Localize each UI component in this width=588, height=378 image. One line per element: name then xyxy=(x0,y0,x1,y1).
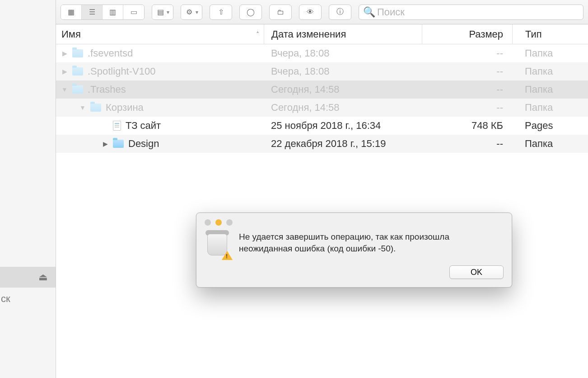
view-icons-button[interactable]: ▦ xyxy=(61,5,82,19)
cell-name: ▼.Trashes xyxy=(56,84,264,95)
cell-name: ТЗ сайт xyxy=(56,120,264,132)
cell-type: Папка xyxy=(512,66,588,77)
share-button[interactable]: ⇧ xyxy=(210,5,232,20)
chevron-down-icon: ▾ xyxy=(167,9,169,15)
table-row[interactable]: ▶.Spotlight-V100Вчера, 18:08--Папка xyxy=(56,62,588,80)
disclosure-closed-icon[interactable]: ▶ xyxy=(61,49,69,57)
file-name: Корзина xyxy=(106,102,144,113)
file-name: .fseventsd xyxy=(88,47,133,59)
cell-size: -- xyxy=(422,138,512,150)
header-type-label: Тип xyxy=(525,28,542,40)
view-gallery-button[interactable]: ▭ xyxy=(123,5,144,19)
view-list-button[interactable]: ☰ xyxy=(82,5,103,19)
header-size[interactable]: Размер xyxy=(422,24,512,44)
header-date[interactable]: Дата изменения xyxy=(264,24,422,44)
folder-icon xyxy=(90,104,101,112)
folder-icon xyxy=(72,85,83,94)
cell-size: -- xyxy=(422,84,512,95)
tag-icon: ◯ xyxy=(246,8,255,17)
file-name: Design xyxy=(128,138,159,150)
header-name-label: Имя xyxy=(61,28,81,40)
table-row[interactable]: ▶Design22 декабря 2018 г., 15:19--Папка xyxy=(56,135,588,153)
sidebar-disk-item[interactable]: ск xyxy=(0,288,56,310)
columns-icon: ▥ xyxy=(108,8,117,17)
dialog-message: Не удается завершить операцию, так как п… xyxy=(239,230,504,258)
table-row[interactable]: ТЗ сайт25 ноября 2018 г., 16:34748 КБPag… xyxy=(56,117,588,135)
action-button[interactable]: ⚙▾ xyxy=(181,5,202,19)
cell-type: Папка xyxy=(512,47,588,59)
info-button[interactable]: ⓘ xyxy=(329,5,351,20)
eye-icon: 👁 xyxy=(306,8,315,17)
header-type[interactable]: Тип xyxy=(512,24,588,44)
gallery-icon: ▭ xyxy=(129,8,138,17)
zoom-window-button[interactable] xyxy=(226,219,233,226)
disclosure-open-icon[interactable]: ▼ xyxy=(61,85,69,94)
close-window-button[interactable] xyxy=(205,219,211,226)
cell-type: Папка xyxy=(512,84,588,95)
table-row[interactable]: ▼КорзинаСегодня, 14:58--Папка xyxy=(56,99,588,117)
toolbar: ▦ ☰ ▥ ▭ ▤▾ ⚙▾ ⇧ ◯ 🗀 👁 ⓘ 🔍 Поиск xyxy=(56,0,588,24)
sort-ascending-icon: ˄ xyxy=(256,31,259,38)
window-controls xyxy=(205,219,504,226)
dialog-actions: OK xyxy=(205,265,504,279)
main-pane: ▦ ☰ ▥ ▭ ▤▾ ⚙▾ ⇧ ◯ 🗀 👁 ⓘ 🔍 Поиск xyxy=(56,0,588,378)
cell-date: Сегодня, 14:58 xyxy=(264,102,422,113)
disclosure-closed-icon xyxy=(101,122,109,130)
minimize-window-button[interactable] xyxy=(215,219,222,226)
view-mode-group: ▦ ☰ ▥ ▭ xyxy=(61,5,145,20)
document-icon xyxy=(113,121,121,131)
header-name[interactable]: Имя ˄ xyxy=(56,28,264,40)
column-headers: Имя ˄ Дата изменения Размер Тип xyxy=(56,24,588,44)
quicklook-button[interactable]: 👁 xyxy=(299,5,322,20)
folder-plus-icon: 🗀 xyxy=(276,8,285,17)
grid-icon: ▦ xyxy=(67,8,76,17)
sidebar-disk-label: ск xyxy=(1,293,10,305)
search-placeholder: Поиск xyxy=(377,6,405,18)
sidebar-eject-row[interactable]: ⏏ xyxy=(0,267,56,288)
gear-icon: ⚙ xyxy=(185,8,194,17)
table-row[interactable]: ▶.fseventsdВчера, 18:08--Папка xyxy=(56,44,588,62)
tags-button[interactable]: ◯ xyxy=(239,5,262,20)
trash-warning-icon xyxy=(205,230,231,258)
cell-size: -- xyxy=(422,47,512,59)
cell-date: Сегодня, 14:58 xyxy=(264,84,422,95)
file-name: .Spotlight-V100 xyxy=(88,66,155,77)
cell-name: ▶Design xyxy=(56,138,264,150)
cell-size: 748 КБ xyxy=(422,120,512,132)
search-field[interactable]: 🔍 Поиск xyxy=(359,5,583,20)
search-icon: 🔍 xyxy=(364,8,373,17)
cell-name: ▶.Spotlight-V100 xyxy=(56,66,264,77)
file-list: ▶.fseventsdВчера, 18:08--Папка▶.Spotligh… xyxy=(56,44,588,378)
disclosure-closed-icon[interactable]: ▶ xyxy=(101,140,109,148)
chevron-down-icon: ▾ xyxy=(196,9,198,15)
action-group[interactable]: ⚙▾ xyxy=(181,5,202,20)
new-folder-button[interactable]: 🗀 xyxy=(269,5,292,20)
arrange-button[interactable]: ▤▾ xyxy=(152,5,173,19)
file-name: ТЗ сайт xyxy=(126,120,161,132)
sidebar-spacer xyxy=(0,0,56,267)
table-row[interactable]: ▼.TrashesСегодня, 14:58--Папка xyxy=(56,80,588,99)
cell-type: Папка xyxy=(512,138,588,150)
ok-button[interactable]: OK xyxy=(449,265,504,279)
view-columns-button[interactable]: ▥ xyxy=(103,5,123,19)
info-icon: ⓘ xyxy=(336,8,345,17)
disclosure-open-icon[interactable]: ▼ xyxy=(79,104,87,112)
share-icon: ⇧ xyxy=(216,8,225,17)
list-icon: ☰ xyxy=(88,8,97,17)
cell-date: 25 ноября 2018 г., 16:34 xyxy=(264,120,422,132)
cell-date: Вчера, 18:08 xyxy=(264,47,422,59)
finder-window: ⏏ ск ▦ ☰ ▥ ▭ ▤▾ ⚙▾ ⇧ ◯ 🗀 👁 ⓘ xyxy=(0,0,588,378)
file-name: .Trashes xyxy=(88,84,126,95)
header-size-label: Размер xyxy=(469,28,503,40)
folder-icon xyxy=(72,49,83,57)
folder-icon xyxy=(72,67,83,76)
cell-size: -- xyxy=(422,102,512,113)
cell-date: Вчера, 18:08 xyxy=(264,66,422,77)
cell-name: ▼Корзина xyxy=(56,102,264,113)
arrange-group[interactable]: ▤▾ xyxy=(152,5,173,20)
sidebar: ⏏ ск xyxy=(0,0,56,378)
cell-size: -- xyxy=(422,66,512,77)
disclosure-closed-icon[interactable]: ▶ xyxy=(61,67,69,76)
eject-icon: ⏏ xyxy=(38,273,47,282)
cell-name: ▶.fseventsd xyxy=(56,47,264,59)
